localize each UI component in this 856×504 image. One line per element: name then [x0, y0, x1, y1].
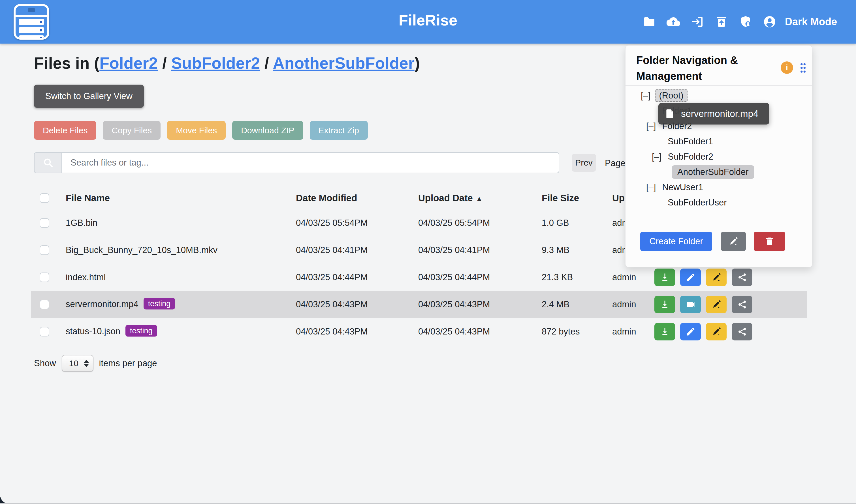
- tree-item-subfolder1[interactable]: SubFolder1: [641, 134, 809, 149]
- copy-files-button[interactable]: Copy Files: [103, 121, 160, 140]
- logo-bar: [19, 35, 44, 40]
- account-icon[interactable]: [763, 15, 776, 29]
- extract-zip-button[interactable]: Extract Zip: [310, 121, 368, 140]
- app-header: FileRise Dark Mode: [0, 0, 856, 43]
- file-size: 21.3 KB: [542, 272, 573, 283]
- header-toolbar: Dark Mode: [643, 0, 837, 43]
- app-logo-icon[interactable]: [14, 4, 49, 40]
- page-title-breadcrumb: Files in (Folder2 / SubFolder2 / Another…: [34, 54, 420, 72]
- row-actions: [654, 323, 752, 340]
- select-stepper-icon: [84, 360, 89, 367]
- rename-button[interactable]: [706, 269, 727, 286]
- col-header-upload-date[interactable]: Upload Date▲: [418, 193, 483, 203]
- tree-label[interactable]: SubFolderUser: [666, 197, 728, 208]
- page-size-value: 10: [69, 359, 84, 368]
- login-icon[interactable]: [691, 15, 704, 29]
- file-name: servermonitor.mp4testing: [66, 299, 175, 310]
- share-button[interactable]: [732, 323, 752, 340]
- row-checkbox[interactable]: [40, 327, 49, 337]
- download-button[interactable]: [654, 269, 675, 286]
- row-checkbox[interactable]: [40, 272, 49, 282]
- dark-mode-toggle[interactable]: Dark Mode: [785, 16, 837, 28]
- switch-gallery-view-button[interactable]: Switch to Gallery View: [34, 85, 144, 108]
- create-folder-button[interactable]: Create Folder: [640, 232, 712, 251]
- restore-trash-icon[interactable]: [715, 15, 728, 29]
- col-header-file-size[interactable]: File Size: [542, 193, 579, 203]
- table-row: index.html04/03/25 04:44PM04/03/25 04:44…: [31, 264, 807, 291]
- cloud-upload-icon[interactable]: [667, 15, 680, 29]
- download-zip-button[interactable]: Download ZIP: [232, 121, 303, 140]
- panel-divider: [626, 85, 812, 86]
- upload-date: 04/03/25 04:44PM: [418, 272, 490, 283]
- upload-date: 04/03/25 04:43PM: [418, 327, 490, 337]
- file-name: index.html: [66, 272, 106, 283]
- uploader: admin: [612, 327, 636, 337]
- tree-label[interactable]: SubFolder1: [666, 136, 715, 147]
- search-icon: [34, 152, 62, 173]
- table-row: status-10.jsontesting04/03/25 04:43PM04/…: [31, 318, 807, 345]
- file-icon: [665, 108, 675, 119]
- file-size: 1.0 GB: [542, 218, 569, 228]
- table-row: servermonitor.mp4testing04/03/25 04:43PM…: [31, 291, 807, 318]
- share-button[interactable]: [732, 296, 752, 313]
- admin-shield-icon[interactable]: [739, 15, 752, 29]
- tree-label[interactable]: NewUser1: [660, 182, 705, 193]
- drag-handle-icon[interactable]: [797, 62, 809, 74]
- window-corner-mask: [0, 478, 26, 504]
- tree-expander-icon[interactable]: [–]: [646, 121, 656, 131]
- tree-item-anothersubfolder[interactable]: AnotherSubFolder: [641, 164, 809, 180]
- col-header-date-modified[interactable]: Date Modified: [296, 193, 357, 203]
- delete-folder-button[interactable]: [754, 232, 785, 251]
- panel-title-line2: Management: [636, 68, 738, 84]
- rename-button[interactable]: [706, 296, 727, 313]
- page-size-select[interactable]: 10: [62, 355, 93, 372]
- tree-label[interactable]: (Root): [655, 89, 687, 102]
- rename-folder-button[interactable]: [721, 232, 746, 251]
- breadcrumb-link-folder2[interactable]: Folder2: [99, 54, 158, 72]
- col-header-file-name[interactable]: File Name: [66, 193, 110, 203]
- tree-item-subfolderuser[interactable]: SubFolderUser: [641, 195, 809, 210]
- file-name: Big_Buck_Bunny_720_10s_10MB.mkv: [66, 245, 217, 255]
- row-checkbox[interactable]: [40, 218, 49, 228]
- move-files-button[interactable]: Move Files: [167, 121, 226, 140]
- share-button[interactable]: [732, 269, 752, 286]
- date-modified: 04/03/25 04:43PM: [296, 300, 368, 310]
- tree-item-root[interactable]: [–](Root): [641, 88, 809, 103]
- tree-expander-icon[interactable]: [–]: [646, 182, 656, 193]
- row-checkbox[interactable]: [40, 245, 49, 255]
- tree-label[interactable]: AnotherSubFolder: [672, 165, 754, 179]
- tree-item-subfolder2[interactable]: [–]SubFolder2: [641, 149, 809, 164]
- delete-files-button[interactable]: Delete Files: [34, 121, 96, 140]
- video-button[interactable]: [680, 296, 701, 313]
- breadcrumb-separator: /: [260, 54, 273, 72]
- row-checkbox[interactable]: [40, 300, 49, 309]
- uploader: admin: [612, 300, 636, 310]
- edit-button[interactable]: [680, 323, 701, 340]
- file-size: 2.4 MB: [542, 300, 570, 310]
- breadcrumb-link-anothersubfolder[interactable]: AnotherSubFolder: [273, 54, 415, 72]
- rename-button[interactable]: [706, 323, 727, 340]
- upload-date: 04/03/25 04:43PM: [418, 300, 490, 310]
- drag-ghost-tooltip: servermonitor.mp4: [658, 103, 769, 125]
- drag-ghost-filename: servermonitor.mp4: [681, 108, 758, 119]
- download-button[interactable]: [654, 323, 675, 340]
- tree-expander-icon[interactable]: [–]: [641, 91, 650, 101]
- folder-icon[interactable]: [643, 15, 656, 29]
- page-indicator: Page: [605, 158, 625, 168]
- select-all-checkbox[interactable]: [40, 193, 49, 203]
- file-name: status-10.jsontesting: [66, 326, 157, 338]
- breadcrumb-link-subfolder2[interactable]: SubFolder2: [171, 54, 260, 72]
- download-button[interactable]: [654, 296, 675, 313]
- tree-label[interactable]: SubFolder2: [666, 151, 715, 162]
- upload-date: 04/03/25 05:54PM: [418, 218, 490, 228]
- breadcrumb-separator: /: [158, 54, 171, 72]
- search-input[interactable]: [62, 152, 559, 173]
- bulk-actions-toolbar: Delete FilesCopy FilesMove FilesDownload…: [34, 121, 368, 140]
- breadcrumb-suffix: ): [415, 54, 420, 72]
- edit-button[interactable]: [680, 269, 701, 286]
- info-icon[interactable]: i: [781, 61, 793, 74]
- tree-item-newuser1[interactable]: [–]NewUser1: [641, 180, 809, 195]
- panel-title-line1: Folder Navigation &: [636, 52, 738, 68]
- tree-expander-icon[interactable]: [–]: [652, 152, 662, 162]
- prev-page-button[interactable]: Prev: [572, 154, 596, 172]
